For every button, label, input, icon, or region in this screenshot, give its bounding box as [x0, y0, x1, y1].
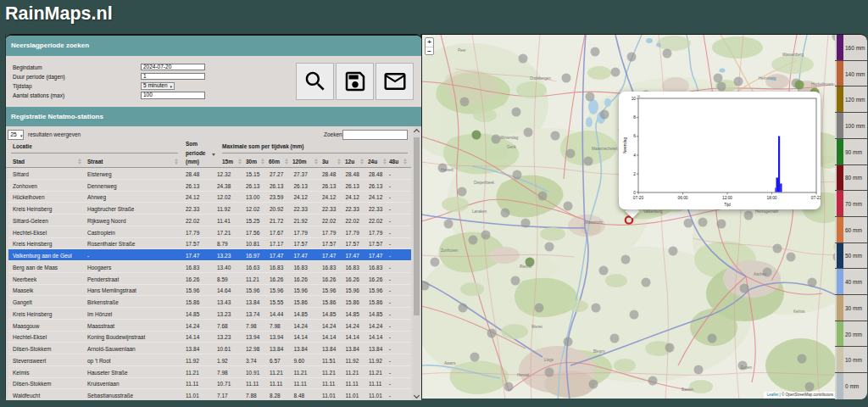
svg-text:Oudsbergen: Oudsbergen [530, 76, 551, 81]
svg-text:Tijd: Tijd [724, 203, 731, 207]
svg-text:07-21: 07-21 [811, 196, 821, 200]
svg-text:Aachen: Aachen [754, 272, 767, 276]
svg-text:10: 10 [632, 97, 637, 101]
svg-text:2: 2 [633, 172, 636, 176]
svg-text:Diepenbeek: Diepenbeek [474, 181, 495, 185]
svg-text:Eupen: Eupen [741, 365, 753, 370]
svg-text:06:00: 06:00 [677, 196, 687, 200]
svg-text:8: 8 [633, 115, 636, 120]
svg-text:Valkenburg: Valkenburg [643, 209, 663, 214]
svg-text:Kelmis: Kelmis [793, 309, 805, 314]
svg-text:Lanaken: Lanaken [472, 209, 487, 214]
svg-text:18:00: 18:00 [766, 196, 776, 200]
svg-text:Awans: Awans [444, 361, 456, 365]
svg-text:Wassenberg: Wassenberg [782, 53, 804, 57]
svg-text:Blegny: Blegny [593, 349, 606, 354]
svg-text:Neerslag: Neerslag [623, 137, 627, 154]
svg-text:0: 0 [633, 191, 636, 195]
svg-text:Baelen: Baelen [682, 387, 694, 392]
svg-text:Maastricht: Maastricht [585, 220, 604, 225]
svg-text:Liège: Liège [544, 358, 554, 362]
svg-text:Riemst: Riemst [520, 265, 532, 269]
svg-text:4: 4 [633, 153, 636, 158]
svg-text:12:00: 12:00 [722, 196, 732, 200]
svg-text:Zonhoven: Zonhoven [441, 248, 459, 253]
svg-text:6: 6 [633, 134, 636, 138]
svg-text:Winterslag: Winterslag [500, 136, 519, 140]
svg-text:Genk: Genk [507, 145, 517, 149]
svg-text:Herzogenrath: Herzogenrath [755, 209, 779, 214]
svg-text:Hasselt: Hasselt [441, 168, 454, 172]
svg-text:Herstal: Herstal [517, 373, 529, 377]
svg-text:Maasmechelen: Maasmechelen [592, 147, 618, 151]
svg-text:Hückelhoven: Hückelhoven [811, 82, 834, 86]
svg-text:Peer: Peer [458, 48, 466, 53]
svg-text:07-20: 07-20 [633, 196, 644, 200]
svg-text:Heinsberg: Heinsberg [759, 76, 776, 81]
svg-text:Wezet: Wezet [531, 325, 542, 329]
